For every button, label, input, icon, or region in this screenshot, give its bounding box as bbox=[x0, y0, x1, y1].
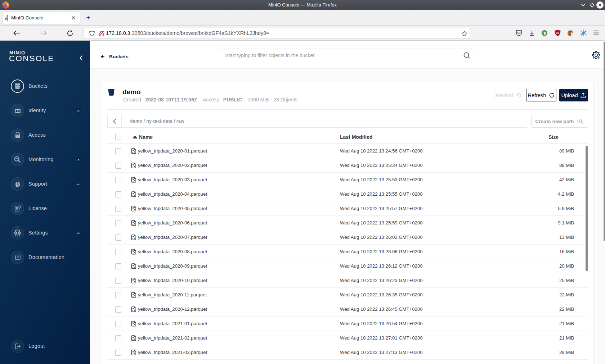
svg-text:uO: uO bbox=[556, 32, 560, 34]
